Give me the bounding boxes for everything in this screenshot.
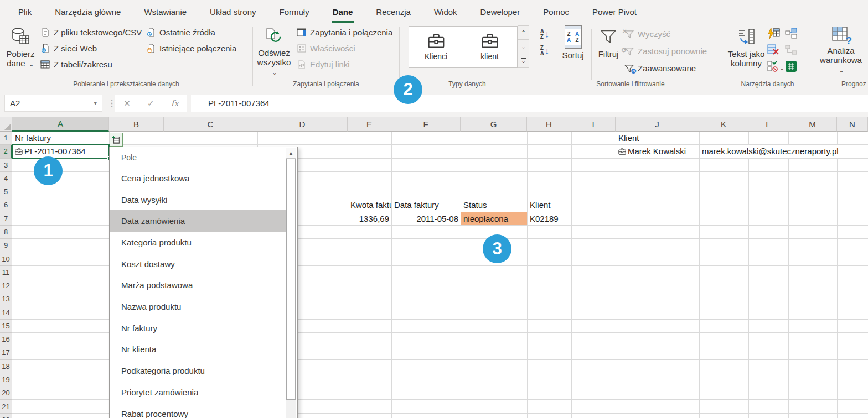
cell-H6[interactable]: Klient — [528, 198, 571, 211]
column-header-K[interactable]: K — [699, 117, 748, 132]
column-header-A[interactable]: A — [12, 117, 109, 132]
column-header-E[interactable]: E — [348, 117, 391, 132]
field-item-marża-podstawowa[interactable]: Marża podstawowa — [110, 275, 287, 296]
row-header-8[interactable]: 8 — [0, 226, 12, 239]
field-item-cena-jednostkowa[interactable]: Cena jednostkowa — [110, 168, 287, 189]
queries-connections-button[interactable]: Zapytania i połączenia — [296, 24, 392, 40]
row-header-1[interactable]: 1 — [0, 132, 12, 145]
cell-H7[interactable]: K02189 — [528, 212, 571, 225]
gallery-more-button[interactable]: ⌄ — [518, 54, 529, 68]
cell-J1[interactable]: Klient — [616, 132, 699, 144]
cell-E6[interactable]: Kwota faktury — [348, 198, 391, 211]
row-header-5[interactable]: 5 — [0, 185, 12, 198]
row-header-12[interactable]: 12 — [0, 279, 12, 292]
cell-E7[interactable]: 1336,69 — [348, 212, 391, 225]
tab-formuły[interactable]: Formuły — [267, 0, 321, 23]
row-header-20[interactable]: 20 — [0, 386, 12, 400]
row-header-17[interactable]: 17 — [0, 346, 12, 359]
get-data-button[interactable]: Pobierz dane ⌄ — [3, 25, 38, 77]
field-item-data-wysyłki[interactable]: Data wysyłki — [110, 189, 287, 211]
data-validation-button[interactable]: ⌄ — [766, 60, 781, 73]
from-text-csv-button[interactable]: Z pliku tekstowego/CSV — [40, 24, 142, 40]
tab-deweloper[interactable]: Deweloper — [469, 0, 532, 23]
cancel-icon[interactable]: ✕ — [123, 98, 131, 108]
cell-F6[interactable]: Data faktury — [392, 198, 461, 211]
row-header-21[interactable]: 21 — [0, 400, 12, 413]
tab-wstawianie[interactable]: Wstawianie — [132, 0, 198, 23]
name-box-caret-icon[interactable]: ▾ — [94, 100, 97, 107]
insert-data-button[interactable] — [110, 133, 123, 147]
data-model-button[interactable] — [784, 60, 798, 73]
cell-K2[interactable]: marek.kowalski@skuteczneraporty.pl — [700, 145, 866, 158]
tab-pomoc[interactable]: Pomoc — [531, 0, 581, 23]
field-item-data-zamówienia[interactable]: Data zamówienia — [110, 210, 287, 232]
cell-J2[interactable]: Marek Kowalski — [616, 145, 699, 158]
row-header-7[interactable]: 7 — [0, 212, 12, 226]
column-header-L[interactable]: L — [748, 117, 788, 132]
row-header-3[interactable]: 3 — [0, 159, 12, 172]
formula-input[interactable]: PL-2011-007364 — [191, 95, 868, 112]
column-header-G[interactable]: G — [461, 117, 527, 132]
cell-A2[interactable]: PL-2011-007364 — [13, 145, 109, 158]
row-header-11[interactable]: 11 — [0, 266, 12, 279]
insert-function-icon[interactable]: fx — [171, 98, 179, 108]
sort-ascending-button[interactable]: AZ ↓ — [538, 28, 552, 41]
column-header-C[interactable]: C — [164, 117, 257, 132]
advanced-filter-button[interactable]: ⚙ Zaawansowane — [624, 60, 707, 77]
tab-power-pivot[interactable]: Power Pivot — [581, 0, 648, 23]
sort-button[interactable]: ZA AZ Sortuj — [557, 25, 588, 77]
sort-descending-button[interactable]: ZA ↓ — [538, 44, 552, 58]
field-item-kategoria-produktu[interactable]: Kategoria produktu — [110, 232, 287, 253]
column-header-H[interactable]: H — [527, 117, 571, 132]
row-header-14[interactable]: 14 — [0, 306, 12, 320]
field-item-nr-faktury[interactable]: Nr faktury — [110, 317, 287, 339]
tab-plik[interactable]: Plik — [7, 0, 43, 23]
column-header-I[interactable]: I — [571, 117, 616, 132]
row-header-13[interactable]: 13 — [0, 292, 12, 306]
field-item-priorytet-zamówienia[interactable]: Priorytet zamówienia — [110, 382, 287, 403]
tab-układ-strony[interactable]: Układ strony — [198, 0, 267, 23]
row-header-6[interactable]: 6 — [0, 198, 12, 212]
recent-sources-button[interactable]: Ostatnie źródła — [146, 24, 236, 40]
cell-F7[interactable]: 2011-05-08 — [392, 212, 461, 225]
field-item-koszt-dostawy[interactable]: Koszt dostawy — [110, 253, 287, 275]
flash-fill-button[interactable] — [766, 27, 781, 40]
row-header-16[interactable]: 16 — [0, 333, 12, 346]
refresh-all-button[interactable]: Odśwież wszystko ⌄ — [256, 25, 292, 77]
data-type-klient[interactable]: klient — [463, 27, 516, 67]
row-header-22[interactable]: 22 — [0, 414, 12, 418]
row-header-4[interactable]: 4 — [0, 172, 12, 185]
text-to-columns-button[interactable]: Tekst jako kolumny — [727, 25, 765, 77]
tab-recenzja[interactable]: Recenzja — [364, 0, 422, 23]
field-item-podkategoria-produktu[interactable]: Podkategoria produktu — [110, 360, 287, 382]
column-header-F[interactable]: F — [391, 117, 461, 132]
consolidate-button[interactable] — [784, 27, 798, 40]
from-table-range-button[interactable]: Z tabeli/zakresu — [40, 56, 142, 72]
existing-connections-button[interactable]: Istniejące połączenia — [146, 40, 236, 56]
column-header-M[interactable]: M — [788, 117, 837, 132]
dropdown-scroll-up-button[interactable]: ▲ — [286, 148, 296, 159]
remove-duplicates-button[interactable] — [766, 43, 781, 56]
cell-A1[interactable]: Nr faktury — [13, 132, 109, 144]
dropdown-scrollbar-thumb[interactable] — [286, 159, 296, 400]
filter-button[interactable]: Filtruj — [594, 25, 623, 77]
field-item-nazwa-produktu[interactable]: Nazwa produktu — [110, 296, 287, 317]
row-header-10[interactable]: 10 — [0, 252, 12, 265]
cell-G7[interactable]: nieopłacona — [461, 212, 527, 225]
row-header-18[interactable]: 18 — [0, 360, 12, 373]
enter-icon[interactable]: ✓ — [147, 98, 154, 108]
cell-G6[interactable]: Status — [461, 198, 527, 211]
column-header-D[interactable]: D — [257, 117, 348, 132]
tab-widok[interactable]: Widok — [422, 0, 469, 23]
tab-dane[interactable]: Dane — [321, 0, 365, 23]
column-header-J[interactable]: J — [616, 117, 699, 132]
row-header-15[interactable]: 15 — [0, 320, 12, 333]
tab-narzędzia-główne[interactable]: Narzędzia główne — [43, 0, 132, 23]
row-header-2[interactable]: 2 — [0, 145, 12, 158]
name-box[interactable]: A2 ▾ — [4, 95, 102, 112]
row-header-9[interactable]: 9 — [0, 239, 12, 252]
column-header-N[interactable]: N — [837, 117, 868, 132]
field-item-rabat-procentowy[interactable]: Rabat procentowy — [110, 403, 287, 418]
select-all-corner[interactable] — [0, 117, 12, 132]
data-type-klienci[interactable]: Klienci — [409, 27, 463, 67]
